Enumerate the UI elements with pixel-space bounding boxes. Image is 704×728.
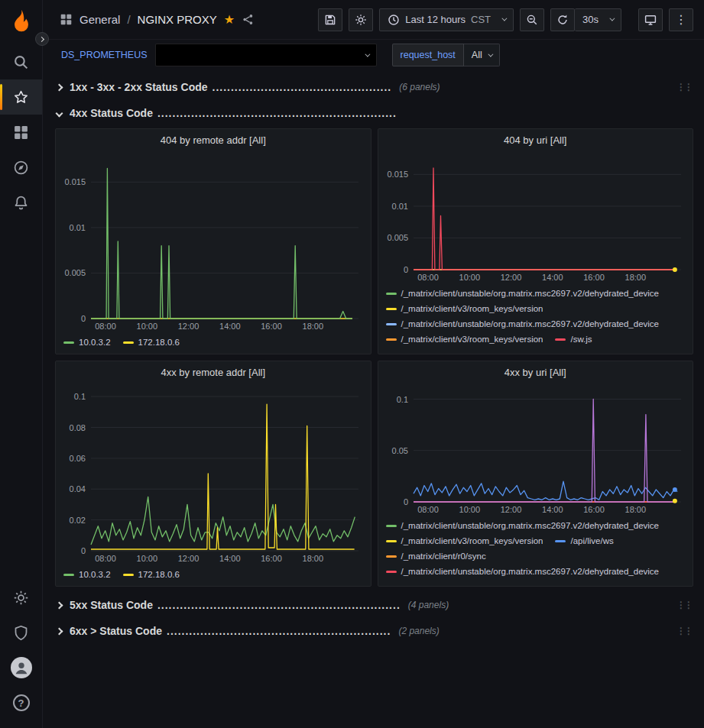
row-title: 4xx Status Code [70,107,153,119]
refresh-interval-dropdown[interactable]: 30s [575,8,621,31]
svg-text:18:00: 18:00 [625,505,646,514]
svg-text:12:00: 12:00 [178,322,200,331]
time-range-picker[interactable]: Last 12 hours CST [379,8,514,31]
sidebar-item-search[interactable] [0,44,42,79]
breadcrumb-separator: / [127,13,130,26]
legend-series-label: /api/live/ws [570,536,613,545]
row-4xx-status-code[interactable]: 4xx Status Code ........................… [55,102,693,124]
svg-text:0.02: 0.02 [70,516,86,525]
sidebar-item-server-admin[interactable] [0,615,42,650]
favorite-star-icon[interactable]: ★ [224,14,235,26]
legend-item[interactable]: /_matrix/client/v3/room_keys/version [386,304,543,313]
row-drag-handle[interactable]: ⋮⋮ [676,626,693,636]
legend-item[interactable]: /_matrix/client/r0/sync [386,552,486,561]
zoom-out-button[interactable] [520,8,544,31]
timeseries-plot[interactable]: 00.050.108:0010:0012:0014:0016:0018:00 [383,383,689,518]
timeseries-plot[interactable]: 00.0050.010.01508:0010:0012:0014:0016:00… [383,150,689,286]
svg-text:16:00: 16:00 [261,554,282,563]
legend-series-label: /_matrix/client/unstable/org.matrix.msc2… [401,567,660,576]
legend-series-swatch [63,341,74,344]
sidebar-item-explore[interactable] [0,150,42,185]
grafana-logo[interactable] [8,0,34,38]
sidebar-item-profile[interactable] [0,650,42,685]
row-panel-count: (4 panels) [408,600,449,610]
chevron-down-icon [609,16,615,21]
chevron-right-icon [56,627,63,635]
dashboard-settings-button[interactable] [349,8,373,31]
svg-text:0.005: 0.005 [64,268,86,277]
dashboards-icon [13,125,29,141]
chevron-right-icon [56,83,63,91]
legend-item[interactable]: 10.0.3.2 [63,338,111,347]
row-title: 5xx Status Code [70,599,153,611]
share-icon[interactable] [242,13,255,26]
sidebar-expand-button[interactable] [35,32,49,46]
panel-title[interactable]: 4xx by uri [All] [378,361,693,383]
legend-item[interactable]: /_matrix/client/v3/room_keys/version [386,335,543,344]
search-icon [13,54,29,70]
legend-item[interactable]: /_matrix/client/unstable/org.matrix.msc2… [386,567,660,576]
variable-bar: DS_PROMETHEUS request_host All [43,40,704,70]
dashboard-grid-icon [60,13,73,26]
legend-item[interactable]: /sw.js [555,335,592,344]
save-dashboard-button[interactable] [318,8,342,31]
user-icon [13,659,30,676]
svg-text:16:00: 16:00 [261,322,282,331]
svg-text:12:00: 12:00 [500,505,521,514]
legend-item[interactable]: /_matrix/client/v3/room_keys/version [386,536,543,545]
legend-series-label: /_matrix/client/v3/room_keys/version [401,304,543,313]
svg-text:0.01: 0.01 [391,202,407,211]
timezone-label: CST [471,14,491,25]
svg-text:0.1: 0.1 [396,395,407,404]
legend-item[interactable]: /api/live/ws [555,536,613,545]
row-title: 6xx > Status Code [70,625,162,637]
breadcrumb-section[interactable]: General [79,13,120,26]
panel-title[interactable]: 404 by remote addr [All] [56,129,371,150]
legend-item[interactable]: 10.0.3.2 [63,570,111,579]
legend-series-label: /_matrix/client/v3/room_keys/version [401,335,543,344]
legend-series-swatch [386,338,397,341]
svg-text:0: 0 [81,314,86,323]
timeseries-plot[interactable]: 00.0050.010.01508:0010:0012:0014:0016:00… [60,150,366,335]
panel-4xx-by-remote-addr: 4xx by remote addr [All] 00.020.040.060.… [55,361,371,587]
row-5xx-status-code[interactable]: 5xx Status Code ........................… [55,594,693,616]
legend-item[interactable]: 172.18.0.6 [123,570,180,579]
compass-icon [13,160,29,176]
row-1xx-3xx-2xx-status-code[interactable]: 1xx - 3xx - 2xx Status Code ............… [55,76,693,98]
row-drag-handle[interactable]: ⋮⋮ [676,82,693,92]
sidebar-item-help[interactable]: ? [0,685,42,720]
time-range-label: Last 12 hours [405,14,466,25]
panel-title[interactable]: 4xx by remote addr [All] [56,361,371,383]
cycle-view-mode-button[interactable] [638,8,663,31]
legend-item[interactable]: /_matrix/client/unstable/org.matrix.msc2… [386,521,660,530]
refresh-button[interactable] [550,8,575,31]
sidebar-item-starred[interactable] [0,79,42,115]
sidebar-item-dashboards[interactable] [0,115,42,150]
svg-text:0.1: 0.1 [74,392,86,401]
svg-text:0.01: 0.01 [70,223,86,232]
row-6xx-status-code[interactable]: 6xx > Status Code ......................… [55,620,693,642]
svg-text:0: 0 [403,497,407,506]
timeseries-plot[interactable]: 00.020.040.060.080.108:0010:0012:0014:00… [60,383,366,567]
avatar [11,657,32,678]
grafana-flame-icon [8,8,34,34]
sidebar-item-configuration[interactable] [0,580,42,615]
panel-title[interactable]: 404 by uri [All] [378,129,693,150]
legend-series-swatch [123,574,134,576]
legend-series-swatch [123,341,134,344]
svg-text:14:00: 14:00 [219,322,241,331]
svg-text:0.005: 0.005 [387,233,408,242]
variable-request-host-select[interactable]: All [464,44,500,66]
breadcrumb: General / NGINX PROXY ★ [60,13,255,26]
more-options-button[interactable]: ⋮ [669,8,693,31]
svg-text:16:00: 16:00 [583,505,605,514]
legend-item[interactable]: /_matrix/client/unstable/org.matrix.msc2… [386,319,660,328]
variable-ds-prometheus-select[interactable] [155,44,377,66]
sidebar-item-alerting[interactable] [0,185,42,220]
row-drag-handle[interactable]: ⋮⋮ [676,600,693,610]
legend-series-label: /_matrix/client/unstable/org.matrix.msc2… [401,289,660,298]
row-title-dots: ........................................… [157,107,397,119]
legend-item[interactable]: /_matrix/client/unstable/org.matrix.msc2… [386,289,660,298]
legend-item[interactable]: 172.18.0.6 [123,338,180,347]
panel-legend: /_matrix/client/unstable/org.matrix.msc2… [378,518,693,586]
